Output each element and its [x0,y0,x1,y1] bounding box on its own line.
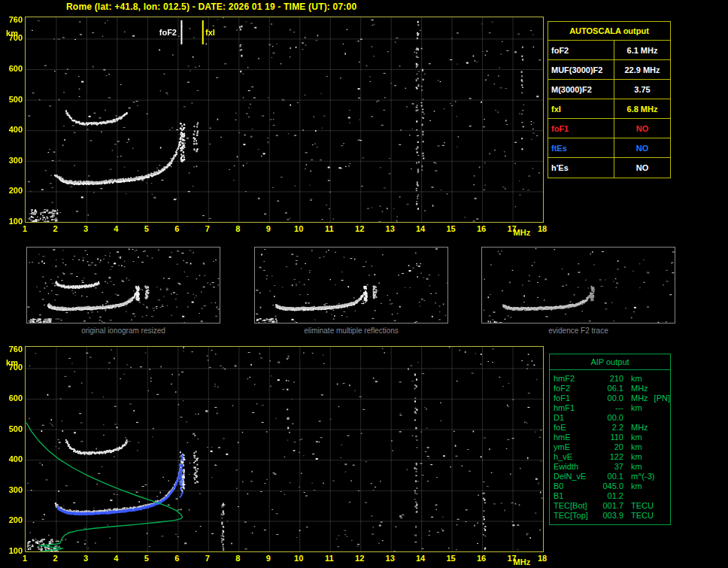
aip-row: foF206.1MHz [550,384,670,393]
autoscala-param-value: 22.9 MHz [614,60,670,79]
x-tick-label: 4 [108,225,124,233]
top-ionogram-canvas [26,17,543,222]
aip-row: B101.2 [550,491,670,501]
aip-param-name: Ewidth [550,462,598,472]
aip-param-name: foF1 [550,393,598,403]
aip-param-value: 110 [598,433,623,442]
x-tick-label: 8 [229,225,246,233]
aip-row: hmE110km [550,433,670,442]
aip-param-value: 06.1 [598,384,623,393]
x-tick-label: 9 [260,225,277,233]
autoscala-row: ftEsNO [548,138,670,158]
y-tick-label: 200 [2,516,23,524]
autoscala-row: foF26.1 MHz [548,41,670,60]
x-tick-label: 3 [77,554,94,563]
autoscala-param-name: h'Es [548,158,614,178]
autoscala-param-name: fxI [548,99,614,118]
y-axis-unit: km [3,359,21,367]
thumbnail-evidence-canvas [482,248,675,323]
y-axis-unit: km [3,29,21,38]
x-tick-label: 11 [321,554,338,563]
aip-param-unit: km [623,442,642,452]
thumbnail-caption-eliminate: eliminate multiple reflections [254,327,448,335]
x-tick-label: 8 [229,554,246,563]
y-tick-label: 500 [2,425,23,433]
aip-row: D100.0 [550,413,670,423]
x-tick-label: 12 [351,225,368,233]
x-tick-label: 3 [77,225,94,233]
aip-param-name: h_vE [550,452,598,462]
x-tick-label: 15 [443,225,460,233]
aip-row: hmF1---km [550,403,670,413]
bottom-ionogram-canvas [26,347,543,551]
aip-row: TEC[Top]003.9TECU [550,511,670,521]
autoscala-row: MUF(3000)F222.9 MHz [548,60,670,80]
aip-param-name: foE [550,423,598,433]
x-tick-label: 2 [47,225,63,233]
aip-param-unit: TECU [623,511,654,521]
aip-param-unit: km [623,403,642,413]
aip-param-name: TEC[Bot] [550,501,598,511]
aip-param-unit: TECU [623,501,654,511]
x-axis-unit: MHz [514,229,531,237]
aip-row: TEC[Bot]001.7TECU [550,501,670,511]
aip-param-name: hmE [550,433,598,442]
aip-param-value: 045.0 [598,481,623,491]
thumbnail-caption-original: original ionogram resized [26,327,220,335]
autoscala-param-name: ftEs [548,138,614,157]
aip-row: foF100.0MHz[PN] [550,393,670,403]
autoscala-param-name: foF2 [548,41,614,59]
autoscala-app-window: Rome (lat: +41.8, lon: 012.5) - DATE: 20… [0,0,728,568]
bottom-ionogram-plot [25,346,544,552]
aip-row: DelN_vE00.1m^(-3) [550,472,670,481]
aip-param-name: TEC[Top] [550,511,598,521]
fof2-marker-label: foF2 [150,28,177,38]
aip-panel-title: AIP output [550,354,670,370]
aip-param-name: hmF1 [550,403,598,413]
aip-row: foE2.2MHz [550,423,670,433]
autoscala-row: foF1NO [548,119,670,138]
autoscala-row: h'EsNO [548,158,670,178]
x-tick-label: 6 [168,225,185,233]
x-tick-label: 1 [17,225,33,233]
autoscala-param-name: M(3000)F2 [548,80,614,99]
y-tick-label: 600 [2,65,23,73]
x-tick-label: 12 [351,554,368,563]
aip-param-value: 210 [598,374,623,384]
x-tick-label: 10 [290,225,307,233]
x-tick-label: 1 [17,554,33,563]
x-tick-label: 18 [534,554,551,563]
aip-param-unit: km [623,433,642,442]
aip-param-value: 001.7 [598,501,623,511]
aip-param-unit: MHz [623,384,648,393]
aip-row: B0045.0km [550,481,670,491]
aip-param-value: 122 [598,452,623,462]
autoscala-row: M(3000)F23.75 [548,80,670,99]
aip-param-unit [623,413,631,423]
page-title: Rome (lat: +41.8, lon: 012.5) - DATE: 20… [66,2,356,12]
thumbnail-eliminate-canvas [255,248,447,323]
x-tick-label: 2 [47,554,63,563]
aip-param-value: 2.2 [598,423,623,433]
autoscala-param-value: 6.8 MHz [614,99,670,118]
x-tick-label: 13 [382,225,399,233]
autoscala-param-name: foF1 [548,119,614,138]
aip-param-name: hmF2 [550,374,598,384]
x-tick-label: 7 [199,554,216,563]
aip-param-name: B0 [550,481,598,491]
aip-param-unit: km [623,452,642,462]
y-tick-label: 760 [2,345,23,354]
autoscala-param-name: MUF(3000)F2 [548,60,614,79]
y-tick-label: 400 [2,455,23,463]
aip-param-name: ymE [550,442,598,452]
aip-row: h_vE122km [550,452,670,462]
x-tick-label: 6 [168,554,185,563]
thumbnail-original-canvas [27,248,220,323]
x-tick-label: 4 [108,554,124,563]
x-tick-label: 14 [412,554,429,563]
autoscala-param-value: 6.1 MHz [614,41,670,59]
autoscala-row: fxI6.8 MHz [548,99,670,119]
autoscala-rows: foF26.1 MHzMUF(3000)F222.9 MHzM(3000)F23… [548,41,670,178]
aip-param-name: B1 [550,491,598,501]
aip-row: hmF2210km [550,374,670,384]
